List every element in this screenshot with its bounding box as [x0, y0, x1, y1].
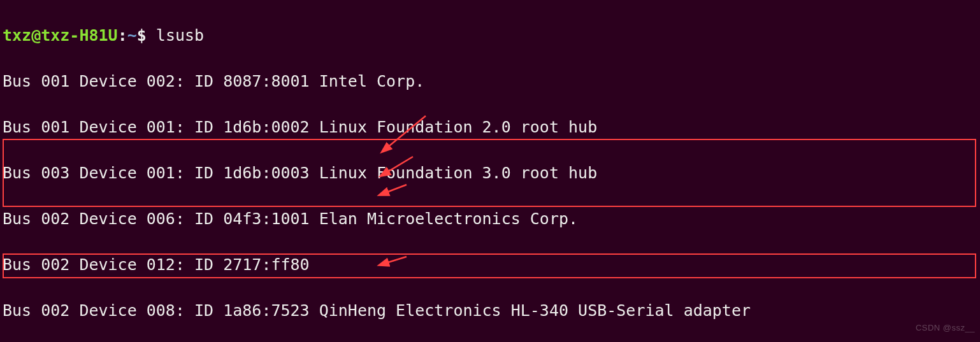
output-line: Bus 003 Device 001: ID 1d6b:0003 Linux F… [3, 162, 977, 185]
prompt-user: txz@txz-H81U [3, 26, 118, 45]
output-line: Bus 002 Device 012: ID 2717:ff80 [3, 253, 977, 276]
output-line: Bus 001 Device 002: ID 8087:8001 Intel C… [3, 70, 977, 93]
output-line: Bus 002 Device 006: ID 04f3:1001 Elan Mi… [3, 208, 977, 231]
command-text: lsusb [156, 26, 204, 45]
watermark-text: CSDN @ssz__ [916, 317, 975, 339]
prompt-line: txz@txz-H81U:~$ lsusb [3, 24, 977, 47]
prompt-sep1: : [118, 26, 127, 45]
terminal-output[interactable]: txz@txz-H81U:~$ lsusb Bus 001 Device 002… [0, 0, 980, 342]
prompt-path: ~ [127, 26, 137, 45]
output-line: Bus 001 Device 001: ID 1d6b:0002 Linux F… [3, 116, 977, 139]
output-line: Bus 002 Device 008: ID 1a86:7523 QinHeng… [3, 299, 977, 322]
prompt-sep2: $ [137, 26, 156, 45]
